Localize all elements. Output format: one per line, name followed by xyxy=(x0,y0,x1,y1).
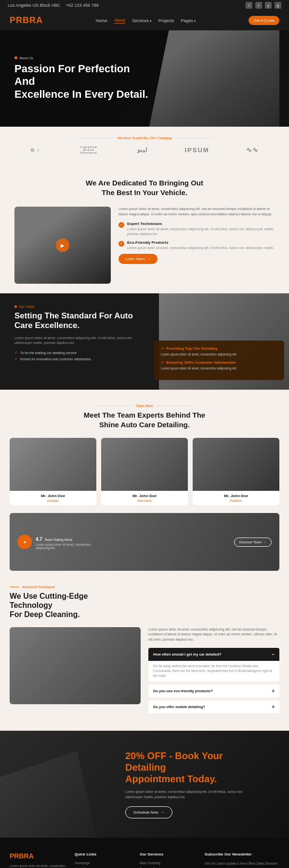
vision-badge-text: Our Vision xyxy=(19,305,35,308)
team-member-2-role: Mechanic xyxy=(101,499,188,505)
vision-card: ✓ Providing Top-Tier Detailing Lorem ips… xyxy=(154,341,284,380)
faq-item-2[interactable]: Do you use eco-friendly products? + xyxy=(148,684,279,697)
faq-question-1[interactable]: How often should I get my car detailed? … xyxy=(148,648,279,661)
google-icon-top[interactable]: g xyxy=(275,2,281,9)
team-rating-desc: Lorem ipsum dolor sit amet, consectetur … xyxy=(36,543,93,550)
team-rating-label: Team Rating Work. xyxy=(44,538,73,541)
vision-check-2-text: Known for innovation and customer satisf… xyxy=(20,357,92,361)
about-image: ▶ xyxy=(14,207,111,284)
team-card-2: Mr. John Doe Mechanic xyxy=(101,438,188,505)
vision-section: Our Vision Setting The Standard For Auto… xyxy=(0,293,289,390)
vision-badge: Our Vision xyxy=(14,305,149,308)
vision-desc: Lorem ipsum dolor sit amet, consectetur … xyxy=(14,336,149,346)
team-banner-content: ★ 4.7 Team Rating Work. Lorem ipsum dolo… xyxy=(17,534,93,550)
feature-1-content: Expert Technicians Lorem ipsum dolor sit… xyxy=(127,222,275,237)
quick-link-1[interactable]: Homepage xyxy=(75,861,132,865)
nav-services[interactable]: Services xyxy=(132,18,151,23)
logo-brand: RBRA xyxy=(16,15,43,25)
phone-topbar: +62 123 456 789 xyxy=(66,3,99,8)
vision-badge-dot xyxy=(14,305,17,308)
tech-badge: Advanced Techniques xyxy=(10,585,279,589)
get-quote-button[interactable]: Get A Quote xyxy=(249,16,279,25)
vision-card-item-1: ✓ Providing Top-Tier Detailing Lorem ips… xyxy=(161,346,277,356)
check-icon-v1: ✓ xyxy=(14,351,18,355)
feature-2-title: Eco-Friendly Products xyxy=(127,240,274,245)
check-icon-card2: ✓ xyxy=(161,360,164,365)
team-member-3-role: Polisher xyxy=(193,499,279,505)
nav-pages[interactable]: Pages xyxy=(181,18,196,23)
footer-newsletter-desc: Get Our Latest Update & New Offers Sales… xyxy=(205,861,279,866)
tech-section: Advanced Techniques We Use Cutting-Edge … xyxy=(0,571,289,731)
nav-projects[interactable]: Projects xyxy=(158,18,174,23)
footer-about-text: Lorem ipsum dolor sit amet, consectetur … xyxy=(10,864,67,868)
faq-item-3[interactable]: Do you offer mobile detailing? + xyxy=(148,700,279,713)
play-button[interactable]: ▶ xyxy=(56,238,69,252)
team-rating-info: 4.7 Team Rating Work. Lorem ipsum dolor … xyxy=(36,534,93,550)
footer-quick-links-col: Quick Links Homepage About Us Our Servic… xyxy=(75,852,132,868)
tech-left xyxy=(10,627,141,717)
hero-title-line2: Excellence In Every Detail. xyxy=(14,88,148,100)
team-banner: ★ 4.7 Team Rating Work. Lorem ipsum dolo… xyxy=(10,513,279,571)
faq-close-icon-1: − xyxy=(272,652,275,657)
vision-card-title-1: ✓ Providing Top-Tier Detailing xyxy=(161,346,277,351)
footer-newsletter-col: Subscribe Our Newsletter Get Our Latest … xyxy=(205,852,279,868)
team-member-2-image xyxy=(101,438,188,491)
team-member-1-role: Detailer xyxy=(10,499,96,505)
feature-2-content: Eco-Friendly Products Lorem ipsum dolor … xyxy=(127,240,274,250)
navbar: PRBRA Home About Services Projects Pages… xyxy=(0,11,289,30)
team-title: Meet The Team Experts Behind The Shine A… xyxy=(10,410,279,429)
team-rating-num: 4.7 Team Rating Work. xyxy=(36,534,93,543)
about-section: We Are Dedicated To Bringing Out The Bes… xyxy=(0,164,289,293)
about-text: Lorem ipsum dolor sit amet, consectetur … xyxy=(118,207,275,284)
vision-check-1-text: To be the leading car detailing service xyxy=(20,351,77,355)
team-section: Team Work Meet The Team Experts Behind T… xyxy=(0,390,289,571)
faq-item-1[interactable]: How often should I get my car detailed? … xyxy=(148,648,279,682)
nav-home[interactable]: Home xyxy=(96,18,107,23)
vision-title: Setting The Standard For Auto Care Excel… xyxy=(14,311,149,331)
faq-question-2[interactable]: Do you use eco-friendly products? + xyxy=(153,688,275,694)
vision-card-title-2: ✓ Ensuring 100% Customer Satisfaction xyxy=(161,360,277,365)
vision-check-1: ✓ To be the leading car detailing servic… xyxy=(14,351,149,355)
team-member-3-image xyxy=(193,438,279,491)
vision-card-item-2: ✓ Ensuring 100% Customer Satisfaction Lo… xyxy=(161,360,277,370)
twitter-icon-top[interactable]: t xyxy=(255,2,262,9)
discover-team-button[interactable]: Discover Team → xyxy=(234,538,272,547)
team-member-1-image xyxy=(10,438,96,491)
faq-question-3[interactable]: Do you offer mobile detailing? + xyxy=(153,704,275,710)
service-link-1[interactable]: Basic Detailing xyxy=(140,861,197,865)
footer-services-title: Our Services xyxy=(140,852,197,856)
nav-about[interactable]: About xyxy=(114,18,126,24)
brand-2: Logipsum Brand Standard xyxy=(77,145,101,154)
check-icon-1: ✓ xyxy=(118,222,124,228)
schedule-now-button[interactable]: Schedule Now → xyxy=(125,806,172,818)
cta-content: 20% OFF - Book Your Detailing Appointmen… xyxy=(125,750,250,818)
team-member-2-name: Mr. John Doe xyxy=(101,491,188,499)
learn-more-button[interactable]: Learn More → xyxy=(118,254,158,264)
footer-about-col: PRBRA Lorem ipsum dolor sit amet, consec… xyxy=(10,852,67,868)
facebook-icon-top[interactable]: f xyxy=(246,2,252,9)
team-card-1: Mr. John Doe Detailer xyxy=(10,438,96,505)
check-icon-2: ✓ xyxy=(118,241,124,247)
logo-p: P xyxy=(10,15,16,25)
logo: PRBRA xyxy=(10,15,43,26)
check-icon-card1: ✓ xyxy=(161,346,164,351)
tech-image xyxy=(10,627,141,704)
cta-section: 20% OFF - Book Your Detailing Appointmen… xyxy=(0,731,289,838)
about-title: We Are Dedicated To Bringing Out The Bes… xyxy=(14,178,275,197)
tech-title: We Use Cutting-Edge Technology For Deep … xyxy=(10,592,96,619)
hero-title: Passion For Perfection And Excellence In… xyxy=(14,63,149,101)
footer-quick-links-title: Quick Links xyxy=(75,852,132,856)
brand-5: ∿∿ xyxy=(246,146,259,154)
hero-title-line1: Passion For Perfection And xyxy=(14,63,130,87)
youtube-icon-top[interactable]: y xyxy=(265,2,272,9)
feature-2: ✓ Eco-Friendly Products Lorem ipsum dolo… xyxy=(118,240,275,250)
vision-card-desc-2: Lorem ipsum dolor sit amet, consectetur … xyxy=(161,366,277,370)
address: Los Angeles US Block ABC xyxy=(8,3,60,8)
hero-person-image xyxy=(149,30,279,127)
faq-open-icon-2: + xyxy=(272,688,275,694)
vision-right: ✓ Providing Top-Tier Detailing Lorem ips… xyxy=(159,293,289,390)
faq-open-icon-3: + xyxy=(272,704,275,710)
brand-4: IPSUM xyxy=(184,146,209,154)
team-member-1-name: Mr. John Doe xyxy=(10,491,96,499)
footer: PRBRA Lorem ipsum dolor sit amet, consec… xyxy=(0,838,289,868)
